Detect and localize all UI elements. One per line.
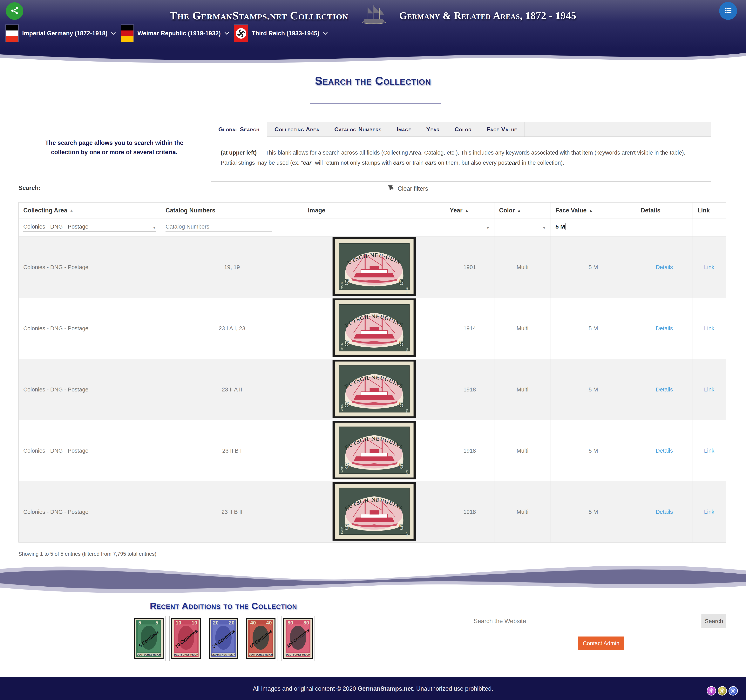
cell-catalog: 23 II B I [161, 420, 303, 481]
third-reich-flag-icon [234, 25, 248, 42]
gear-badge-icon[interactable] [707, 686, 716, 695]
filter-year-select[interactable]: ▼ [450, 223, 490, 232]
website-search-input[interactable] [469, 614, 701, 628]
filter-collecting-area-select[interactable]: Colonies - DNG - Postage▼ [23, 224, 156, 232]
stamp-image: DEUTSCH·NEUGUINEA 5 5 MARK MARK [331, 421, 417, 481]
tab-face-value[interactable]: Face Value [479, 122, 525, 137]
tab-global-search[interactable]: Global Search [211, 122, 267, 137]
table-header-row: Collecting Area▲ Catalog Numbers Image Y… [19, 203, 726, 218]
tab-image[interactable]: Image [389, 122, 419, 137]
svg-text:5: 5 [344, 400, 349, 409]
recent-additions-row: 5 5 DEUTSCHES REICH 5 Centimes 10 10 DEU… [132, 616, 315, 661]
svg-text:MARK: MARK [341, 465, 343, 472]
filter-color-select[interactable]: ▼ [499, 223, 546, 232]
col-collecting-area[interactable]: Collecting Area▲ [19, 203, 161, 218]
header-wave-decoration [0, 48, 746, 68]
svg-text:5: 5 [344, 461, 349, 470]
svg-text:DEUTSCHES REICH: DEUTSCHES REICH [174, 653, 198, 656]
stamp-image: DEUTSCH·NEUGUINEA 5 5 MARK MARK [331, 482, 417, 542]
wave-divider-decoration [0, 562, 746, 596]
sort-asc-icon: ▲ [517, 208, 521, 213]
menu-list-icon [723, 6, 733, 16]
contact-admin-button[interactable]: Contact Admin [578, 637, 624, 650]
tab-catalog-numbers[interactable]: Catalog Numbers [327, 122, 389, 137]
gear-badge-icon[interactable] [717, 686, 727, 695]
svg-text:80: 80 [304, 620, 309, 626]
table-row: Colonies - DNG - Postage 23 II B II DEUT… [19, 481, 726, 542]
svg-text:10: 10 [191, 620, 197, 626]
details-link[interactable]: Details [656, 448, 673, 454]
gear-badge-icon[interactable] [728, 686, 738, 695]
chevron-down-icon [323, 32, 328, 36]
item-link[interactable]: Link [704, 386, 714, 393]
global-search-input[interactable] [58, 183, 138, 194]
chevron-down-icon [111, 32, 116, 36]
col-face-value[interactable]: Face Value▲ [551, 203, 636, 218]
tab-description: (at upper left) — This blank allows for … [211, 137, 711, 182]
item-link[interactable]: Link [704, 264, 714, 270]
description-text: ” will return not only stamps with [311, 159, 393, 166]
description-text: d in the collection). [517, 159, 564, 166]
description-em: car [303, 159, 311, 166]
nav-third-reich[interactable]: Third Reich (1933-1945) [234, 25, 328, 42]
cell-catalog: 23 II B II [161, 481, 303, 542]
details-link[interactable]: Details [656, 509, 673, 515]
recent-stamp-thumbnail[interactable]: 40 40 DEUTSCHES REICH 50 Centimes [244, 616, 277, 661]
cell-collecting-area: Colonies - DNG - Postage [19, 298, 161, 359]
stamp-image: DEUTSCH·NEU·GUINEA 5 5 MARK MARK [331, 237, 417, 297]
filter-catalog-input[interactable] [165, 224, 272, 232]
table-row: Colonies - DNG - Postage 19, 19 DEUTSCH·… [19, 237, 726, 298]
svg-text:5: 5 [344, 339, 349, 348]
nav-weimar-republic[interactable]: Weimar Republic (1919-1932) [121, 25, 229, 42]
item-link[interactable]: Link [704, 509, 714, 515]
col-color[interactable]: Color▲ [495, 203, 551, 218]
cell-year: 1901 [445, 237, 495, 298]
recent-stamp-thumbnail[interactable]: 5 5 DEUTSCHES REICH 5 Centimes [132, 616, 165, 661]
sort-asc-icon: ▲ [465, 208, 469, 213]
svg-text:MARK: MARK [405, 287, 408, 294]
nav-imperial-germany[interactable]: Imperial Germany (1872-1918) [6, 25, 116, 42]
cell-face-value: 5 M [551, 420, 636, 481]
svg-text:MARK: MARK [405, 409, 408, 416]
sort-asc-icon: ▲ [589, 208, 593, 213]
sort-asc-icon: ▲ [69, 208, 74, 213]
recent-stamp-thumbnail[interactable]: 80 80 DEUTSCHES REICH 100 Centimes [281, 616, 315, 661]
cell-collecting-area: Colonies - DNG - Postage [19, 237, 161, 298]
page-title: Search the Collection [0, 74, 746, 87]
description-text: s or train [402, 159, 425, 166]
description-text: s on them, but also every post [434, 159, 509, 166]
imperial-germany-flag-icon [6, 25, 18, 42]
chevron-down-icon [224, 32, 229, 36]
menu-button[interactable] [719, 2, 737, 20]
col-image[interactable]: Image [303, 203, 445, 218]
recent-stamp-thumbnail[interactable]: 10 10 DEUTSCHES REICH 10 Centimes [169, 616, 203, 661]
cell-collecting-area: Colonies - DNG - Postage [19, 359, 161, 420]
col-details: Details [636, 203, 693, 218]
tab-collecting-area[interactable]: Collecting Area [267, 122, 327, 137]
website-search-button[interactable]: Search [701, 614, 726, 628]
item-link[interactable]: Link [704, 325, 714, 332]
item-link[interactable]: Link [704, 448, 714, 454]
tab-color[interactable]: Color [447, 122, 479, 137]
cell-face-value: 5 M [551, 359, 636, 420]
svg-text:MARK: MARK [341, 282, 343, 289]
details-link[interactable]: Details [656, 325, 673, 332]
details-link[interactable]: Details [656, 386, 673, 393]
copyright-text: All images and original content © 2020 G… [253, 685, 493, 692]
svg-text:MARK: MARK [341, 526, 343, 533]
col-catalog-numbers[interactable]: Catalog Numbers [161, 203, 303, 218]
svg-text:5: 5 [399, 339, 404, 348]
col-year[interactable]: Year▲ [445, 203, 495, 218]
bottom-bar: All images and original content © 2020 G… [0, 677, 746, 700]
tab-year[interactable]: Year [419, 122, 447, 137]
dropdown-arrow-icon: ▼ [486, 226, 490, 230]
col-link: Link [693, 203, 726, 218]
recent-stamp-thumbnail[interactable]: 20 20 DEUTSCHES REICH 25 Centimes [207, 616, 240, 661]
site-header: The GermanStamps.net Collection Germany … [0, 0, 746, 49]
clear-filters-button[interactable]: Clear filters [387, 184, 428, 194]
dropdown-arrow-icon: ▼ [152, 226, 156, 230]
dropdown-arrow-icon: ▼ [542, 226, 546, 230]
filter-face-value-input[interactable]: 5 M [555, 223, 622, 232]
svg-text:DEUTSCHES REICH: DEUTSCHES REICH [286, 653, 310, 656]
details-link[interactable]: Details [656, 264, 673, 270]
